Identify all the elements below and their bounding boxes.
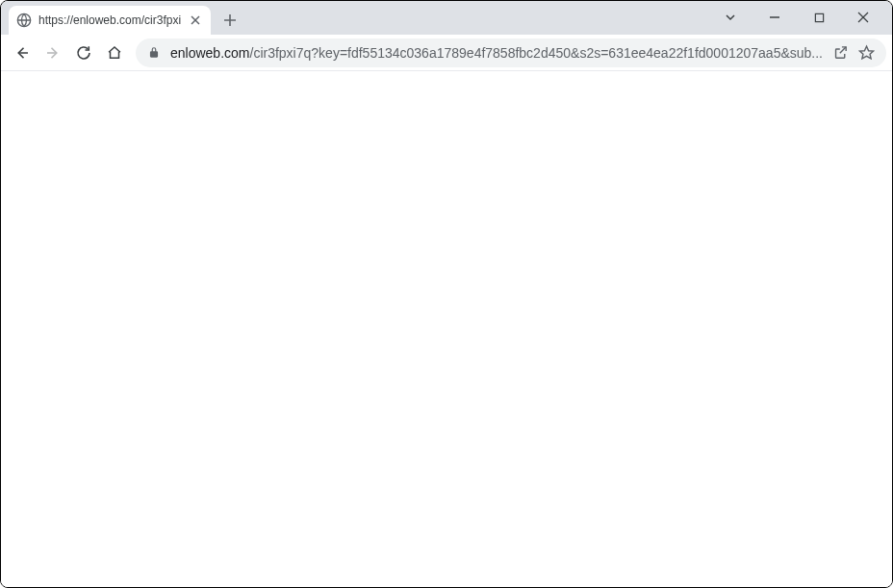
url-path: /cir3fpxi7q?key=fdf55134c036a1789e4f7858… — [250, 45, 824, 61]
home-button[interactable] — [105, 43, 124, 63]
window-close-icon[interactable] — [850, 4, 877, 31]
toolbar: enloweb.com/cir3fpxi7q?key=fdf55134c036a… — [1, 35, 892, 71]
url-text: enloweb.com/cir3fpxi7q?key=fdf55134c036a… — [170, 45, 823, 61]
url-domain: enloweb.com — [170, 45, 250, 61]
nav-buttons — [9, 43, 128, 63]
svg-marker-11 — [859, 46, 873, 59]
browser-tab[interactable]: https://enloweb.com/cir3fpxi7q? — [9, 6, 211, 35]
forward-button[interactable] — [43, 43, 63, 63]
window-controls — [717, 1, 888, 34]
page-content — [1, 71, 892, 588]
tab-strip: https://enloweb.com/cir3fpxi7q? — [1, 1, 892, 35]
reload-button[interactable] — [74, 43, 93, 63]
chevron-down-icon[interactable] — [717, 4, 744, 31]
lock-icon — [147, 46, 161, 60]
omnibox-actions — [832, 44, 875, 61]
tab-title: https://enloweb.com/cir3fpxi7q? — [38, 13, 181, 27]
bookmark-star-icon[interactable] — [858, 44, 875, 61]
close-icon[interactable] — [188, 13, 203, 28]
globe-icon — [16, 13, 32, 28]
svg-rect-6 — [815, 13, 823, 21]
new-tab-button[interactable] — [217, 7, 243, 34]
address-bar[interactable]: enloweb.com/cir3fpxi7q?key=fdf55134c036a… — [136, 38, 886, 67]
share-icon[interactable] — [832, 44, 849, 61]
minimize-icon[interactable] — [761, 4, 788, 31]
maximize-icon[interactable] — [805, 4, 832, 31]
back-button[interactable] — [13, 43, 32, 63]
